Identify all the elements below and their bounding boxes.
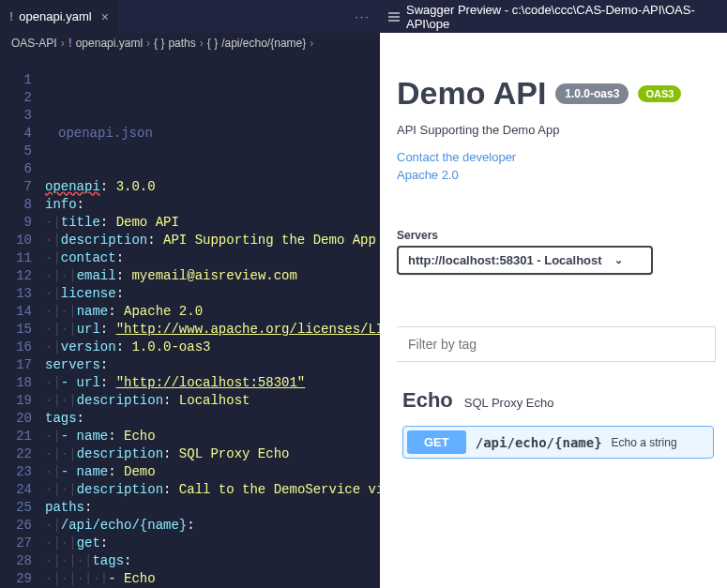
breadcrumb-pathkey: /api/echo/{name} [221, 37, 306, 50]
chevron-right-icon: › [146, 37, 150, 50]
chevron-right-icon: › [200, 37, 204, 50]
breadcrumb-file: openapi.yaml [76, 37, 143, 50]
editor-pane: ! openapi.yaml × ··· OAS-API › ! openapi… [0, 0, 380, 588]
tag-section: Echo SQL Proxy Echo GET /api/echo/{name}… [397, 388, 727, 459]
line-gutter: 1234567891011121314151617181920212223242… [0, 53, 45, 588]
code-content[interactable]: openapi.json openapi: 3.0.0info:·|title:… [45, 53, 380, 588]
servers-label: Servers [397, 229, 727, 242]
brace-icon: { } [207, 37, 218, 50]
api-title-row: Demo API 1.0.0-oas3 OAS3 [397, 75, 727, 112]
breadcrumb-root: OAS-API [11, 37, 57, 50]
tag-description: SQL Proxy Echo [464, 396, 554, 410]
contact-link[interactable]: Contact the developer [397, 150, 727, 164]
method-badge: GET [407, 430, 466, 454]
preview-pane: Swagger Preview - c:\code\ccc\CAS-Demo-A… [380, 0, 727, 588]
code-area[interactable]: 1234567891011121314151617181920212223242… [0, 53, 380, 588]
operation-row[interactable]: GET /api/echo/{name} Echo a string [402, 426, 714, 459]
version-badge: 1.0.0-oas3 [555, 83, 629, 104]
close-icon[interactable]: × [101, 9, 109, 24]
yaml-icon: ! [68, 37, 72, 50]
oas-badge: OAS3 [638, 85, 681, 102]
brace-icon: { } [154, 37, 164, 50]
tab-label: openapi.yaml [19, 9, 91, 23]
editor-tabs: ! openapi.yaml × ··· [0, 0, 380, 33]
tab-openapi-yaml[interactable]: ! openapi.yaml × [0, 0, 118, 33]
ghost-filename: openapi.json [45, 125, 380, 143]
menu-icon [387, 10, 401, 23]
page-title: Demo API [397, 75, 546, 112]
license-link[interactable]: Apache 2.0 [397, 168, 727, 182]
servers-section: Servers http://localhost:58301 - Localho… [397, 229, 727, 275]
tag-name: Echo [402, 388, 453, 413]
preview-body: Demo API 1.0.0-oas3 OAS3 API Supporting … [380, 33, 727, 588]
tab-swagger-preview[interactable]: Swagger Preview - c:\code\ccc\CAS-Demo-A… [380, 0, 727, 33]
tag-header[interactable]: Echo SQL Proxy Echo [397, 388, 727, 413]
preview-tab-label: Swagger Preview - c:\code\ccc\CAS-Demo-A… [406, 3, 719, 31]
operation-summary: Echo a string [612, 436, 677, 449]
chevron-down-icon: ⌄ [614, 254, 623, 266]
api-description: API Supporting the Demo App [397, 123, 727, 137]
chevron-right-icon: › [310, 37, 313, 50]
filter-input[interactable] [397, 326, 716, 362]
chevron-right-icon: › [61, 37, 65, 50]
tab-overflow-button[interactable]: ··· [345, 9, 380, 23]
breadcrumb[interactable]: OAS-API › ! openapi.yaml › { } paths › {… [0, 33, 380, 53]
breadcrumb-paths: paths [168, 37, 195, 50]
server-selected-value: http://localhost:58301 - Localhost [408, 253, 602, 267]
server-select[interactable]: http://localhost:58301 - Localhost ⌄ [397, 246, 653, 275]
operation-path: /api/echo/{name} [476, 435, 602, 450]
yaml-icon: ! [9, 9, 13, 23]
